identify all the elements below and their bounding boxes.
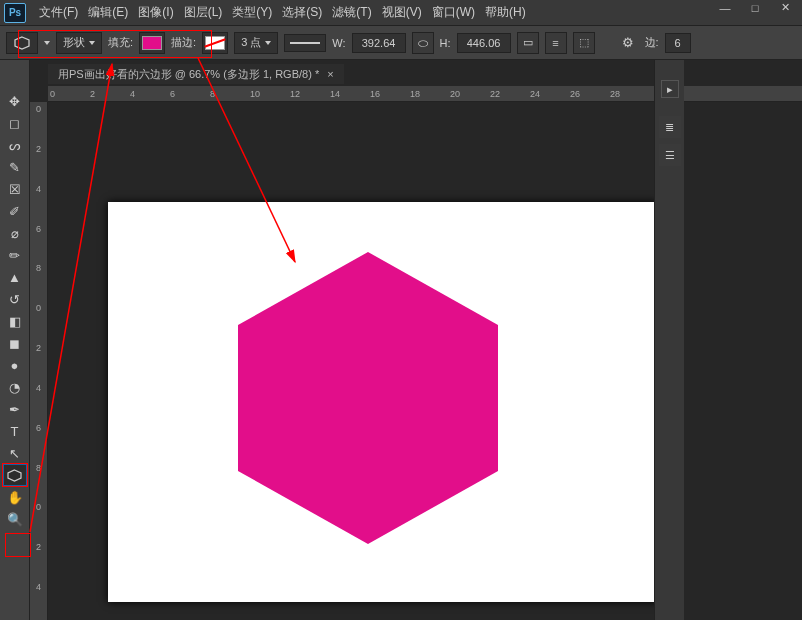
stroke-label: 描边:	[171, 35, 196, 50]
menu-view[interactable]: 视图(V)	[377, 0, 427, 25]
svg-marker-0	[15, 37, 29, 49]
dodge-tool[interactable]: ◔	[3, 376, 27, 398]
lasso-tool[interactable]: ᔕ	[3, 134, 27, 156]
hexagon-icon	[7, 469, 22, 482]
tool-indicator-polygon[interactable]	[6, 32, 38, 54]
history-panel-icon[interactable]: ≣	[659, 116, 681, 138]
menu-help[interactable]: 帮助(H)	[480, 0, 531, 25]
geometry-options[interactable]	[617, 32, 639, 54]
canvas-area[interactable]	[48, 102, 802, 620]
ruler-horizontal: 0246810121416182022242628	[48, 86, 802, 102]
document-tab-label: 用PS画出好看的六边形 @ 66.7% (多边形 1, RGB/8) *	[58, 67, 319, 82]
width-label: W:	[332, 37, 345, 49]
canvas-paper[interactable]	[108, 202, 658, 602]
hexagon-graphic	[238, 252, 498, 544]
window-controls: — □ ✕	[712, 0, 798, 21]
eyedropper-tool[interactable]: ✐	[3, 200, 27, 222]
blur-tool[interactable]: ●	[3, 354, 27, 376]
brush-tool[interactable]: ✏	[3, 244, 27, 266]
sides-label: 边:	[645, 35, 659, 50]
width-input[interactable]	[352, 33, 406, 53]
eraser-tool[interactable]: ◧	[3, 310, 27, 332]
height-label: H:	[440, 37, 451, 49]
path-arrange-button[interactable]: ⬚	[573, 32, 595, 54]
tool-preset-dropdown-icon[interactable]	[44, 41, 50, 45]
svg-marker-1	[8, 470, 21, 481]
menu-image[interactable]: 图像(I)	[133, 0, 178, 25]
fill-label: 填充:	[108, 35, 133, 50]
no-stroke-icon	[205, 36, 225, 50]
menu-select[interactable]: 选择(S)	[277, 0, 327, 25]
stroke-style-dropdown[interactable]	[284, 34, 326, 52]
stamp-tool[interactable]: ▲	[3, 266, 27, 288]
hand-tool[interactable]: ✋	[3, 486, 27, 508]
gear-icon	[622, 35, 634, 50]
hexagon-shape[interactable]	[238, 252, 498, 544]
options-bar: 形状 填充: 描边: 3 点 W: H: ▭ ≡ ⬚ 边:	[0, 26, 802, 60]
ruler-vertical: 0246802468024	[30, 102, 48, 620]
height-input[interactable]	[457, 33, 511, 53]
canvas-stage: 用PS画出好看的六边形 @ 66.7% (多边形 1, RGB/8) * × 0…	[30, 60, 802, 620]
path-align-button[interactable]: ≡	[545, 32, 567, 54]
menu-edit[interactable]: 编辑(E)	[83, 0, 133, 25]
shape-mode-label: 形状	[63, 35, 85, 50]
polygon-shape-tool[interactable]	[3, 464, 27, 486]
collapse-toggle-icon[interactable]: ▸	[661, 80, 679, 98]
path-select-tool[interactable]: ↖	[3, 442, 27, 464]
path-ops-button[interactable]: ▭	[517, 32, 539, 54]
link-icon	[418, 36, 428, 50]
menu-layer[interactable]: 图层(L)	[179, 0, 228, 25]
zoom-tool[interactable]: 🔍	[3, 508, 27, 530]
hexagon-icon	[14, 36, 30, 50]
chevron-down-icon	[265, 41, 271, 45]
move-tool[interactable]: ✥	[3, 90, 27, 112]
menu-window[interactable]: 窗口(W)	[427, 0, 480, 25]
menu-bar: Ps 文件(F) 编辑(E) 图像(I) 图层(L) 类型(Y) 选择(S) 滤…	[0, 0, 802, 26]
chevron-down-icon	[89, 41, 95, 45]
toolbox: ✥ ◻ ᔕ ✎ ☒ ✐ ⌀ ✏ ▲ ↺ ◧ ◼ ● ◔ ✒ T ↖ ✋ 🔍	[0, 60, 30, 620]
stroke-width-value: 3 点	[241, 35, 261, 50]
close-tab-icon[interactable]: ×	[327, 68, 333, 80]
svg-marker-2	[238, 252, 498, 544]
panel-dock-collapsed: ▸ ≣ ☰	[654, 60, 684, 620]
link-wh-button[interactable]	[412, 32, 434, 54]
shape-mode-dropdown[interactable]: 形状	[56, 32, 102, 54]
document-tab[interactable]: 用PS画出好看的六边形 @ 66.7% (多边形 1, RGB/8) * ×	[48, 64, 344, 84]
sides-input[interactable]	[665, 33, 691, 53]
stroke-width-input[interactable]: 3 点	[234, 32, 278, 54]
window-close[interactable]: ✕	[772, 0, 798, 17]
gradient-tool[interactable]: ◼	[3, 332, 27, 354]
quick-select-tool[interactable]: ✎	[3, 156, 27, 178]
history-brush-tool[interactable]: ↺	[3, 288, 27, 310]
stroke-swatch[interactable]	[202, 32, 228, 54]
fill-color-icon	[142, 36, 162, 50]
type-tool[interactable]: T	[3, 420, 27, 442]
crop-tool[interactable]: ☒	[3, 178, 27, 200]
menu-type[interactable]: 类型(Y)	[227, 0, 277, 25]
window-minimize[interactable]: —	[712, 0, 738, 17]
marquee-tool[interactable]: ◻	[3, 112, 27, 134]
properties-panel-icon[interactable]: ☰	[659, 144, 681, 166]
app-logo: Ps	[4, 3, 26, 23]
pen-tool[interactable]: ✒	[3, 398, 27, 420]
fill-swatch[interactable]	[139, 32, 165, 54]
window-maximize[interactable]: □	[742, 0, 768, 17]
menu-filter[interactable]: 滤镜(T)	[327, 0, 376, 25]
menu-file[interactable]: 文件(F)	[34, 0, 83, 25]
healing-tool[interactable]: ⌀	[3, 222, 27, 244]
